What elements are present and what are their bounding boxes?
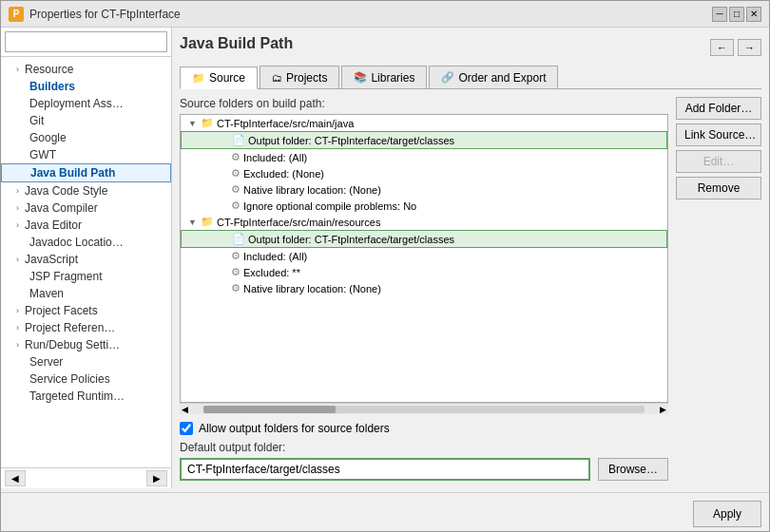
sidebar-item-maven[interactable]: Maven xyxy=(1,285,171,302)
tree-item-7[interactable]: 📄Output folder: CT-FtpInterface/target/c… xyxy=(181,230,667,248)
sidebar-item-project-ref[interactable]: ›Project Referen… xyxy=(1,319,171,336)
horizontal-scrollbar[interactable]: ◀ ▶ xyxy=(180,403,668,414)
default-output-label: Default output folder: xyxy=(180,441,668,454)
sidebar-item-java-code-style[interactable]: ›Java Code Style xyxy=(1,182,171,200)
tree-container[interactable]: ▼📁CT-FtpInterface/src/main/java📄Output f… xyxy=(180,114,668,403)
close-button[interactable]: ✕ xyxy=(746,7,761,22)
nav-back-button[interactable]: ← xyxy=(710,39,734,56)
nav-list: ›ResourceBuildersDeployment Ass…GitGoogl… xyxy=(1,57,171,467)
folder-icon-0: 📁 xyxy=(201,117,214,129)
title-buttons: ─ □ ✕ xyxy=(712,7,761,22)
action-buttons-panel: Add Folder…Link Source…Edit…Remove xyxy=(676,97,761,481)
sidebar-item-java-compiler[interactable]: ›Java Compiler xyxy=(1,200,171,217)
sidebar-item-java-editor[interactable]: ›Java Editor xyxy=(1,217,171,234)
edit-button: Edit… xyxy=(676,150,761,173)
nav-scroll-bottom: ◀ ▶ xyxy=(1,467,171,488)
allow-output-checkbox-row: Allow output folders for source folders xyxy=(180,422,668,435)
tree-item-5[interactable]: ⚙Ignore optional compile problems: No xyxy=(181,198,667,214)
sidebar-item-jsp-fragment[interactable]: JSP Fragment xyxy=(1,268,171,285)
sidebar-label-resource: Resource xyxy=(25,63,73,76)
sidebar-item-gwt[interactable]: GWT xyxy=(1,146,171,163)
allow-output-label: Allow output folders for source folders xyxy=(199,422,390,435)
sidebar-label-maven: Maven xyxy=(29,287,64,300)
sidebar-item-deployment[interactable]: Deployment Ass… xyxy=(1,95,171,112)
tree-item-6[interactable]: ▼📁CT-FtpInterface/src/main/resources xyxy=(181,214,667,230)
item-icon-1: 📄 xyxy=(232,134,245,146)
sidebar-label-service-policies: Service Policies xyxy=(29,372,110,386)
sidebar-label-javascript: JavaScript xyxy=(25,253,78,266)
tree-text-2: Included: (All) xyxy=(243,152,307,163)
tree-text-9: Excluded: ** xyxy=(243,267,300,278)
tab-icon-order-export: 🔗 xyxy=(441,71,454,84)
sidebar-label-java-build-path: Java Build Path xyxy=(30,166,115,180)
tab-source[interactable]: 📁Source xyxy=(180,66,258,89)
tree-text-3: Excluded: (None) xyxy=(243,168,324,180)
sidebar-item-targeted-runtime[interactable]: Targeted Runtim… xyxy=(1,388,171,405)
tree-text-7: Output folder: CT-FtpInterface/target/cl… xyxy=(248,234,454,245)
tree-text-1: Output folder: CT-FtpInterface/target/cl… xyxy=(248,135,454,146)
tree-text-5: Ignore optional compile problems: No xyxy=(243,200,416,212)
tab-order-export[interactable]: 🔗Order and Export xyxy=(429,66,558,88)
tab-icon-libraries: 📚 xyxy=(354,71,367,84)
sidebar-item-run-debug[interactable]: ›Run/Debug Setti… xyxy=(1,336,171,353)
tree-item-9[interactable]: ⚙Excluded: ** xyxy=(181,264,667,280)
minimize-button[interactable]: ─ xyxy=(712,7,727,22)
tree-item-3[interactable]: ⚙Excluded: (None) xyxy=(181,165,667,181)
left-panel: ›ResourceBuildersDeployment Ass…GitGoogl… xyxy=(1,28,172,488)
search-input[interactable] xyxy=(5,31,167,52)
tab-libraries[interactable]: 📚Libraries xyxy=(341,66,427,88)
output-folder-row: Browse… xyxy=(180,458,668,481)
add-folder-button[interactable]: Add Folder… xyxy=(676,97,761,120)
sidebar-label-run-debug: Run/Debug Setti… xyxy=(25,338,120,352)
sidebar-item-service-policies[interactable]: Service Policies xyxy=(1,370,171,388)
sidebar-label-git: Git xyxy=(29,114,44,127)
tree-text-8: Included: (All) xyxy=(243,251,307,262)
item-icon-2: ⚙ xyxy=(231,151,241,163)
tab-icon-projects: 🗂 xyxy=(272,72,282,84)
sidebar-label-deployment: Deployment Ass… xyxy=(29,97,124,110)
scroll-right-arrow[interactable]: ▶ xyxy=(658,405,668,414)
sidebar-item-javadoc[interactable]: Javadoc Locatio… xyxy=(1,234,171,251)
nav-arrow-java-editor: › xyxy=(16,220,19,230)
sidebar-label-jsp-fragment: JSP Fragment xyxy=(29,270,102,283)
sidebar-item-server[interactable]: Server xyxy=(1,353,171,370)
tab-label-libraries: Libraries xyxy=(371,71,414,85)
right-panel: Java Build Path ← → 📁Source🗂Projects📚Lib… xyxy=(172,28,769,488)
tab-icon-source: 📁 xyxy=(192,72,205,85)
maximize-button[interactable]: □ xyxy=(729,7,744,22)
scroll-left-button[interactable]: ◀ xyxy=(5,470,26,486)
tab-projects[interactable]: 🗂Projects xyxy=(260,66,339,88)
title-bar-left: P Properties for CT-FtpInterface xyxy=(9,7,181,22)
tree-item-8[interactable]: ⚙Included: (All) xyxy=(181,248,667,264)
folder-icon-6: 📁 xyxy=(201,216,214,228)
sidebar-label-java-editor: Java Editor xyxy=(25,218,82,232)
tree-item-0[interactable]: ▼📁CT-FtpInterface/src/main/java xyxy=(181,115,667,131)
scrollbar-thumb[interactable] xyxy=(203,406,336,413)
sidebar-item-javascript[interactable]: ›JavaScript xyxy=(1,251,171,268)
nav-forward-button[interactable]: → xyxy=(738,39,761,56)
sidebar-item-resource[interactable]: ›Resource xyxy=(1,61,171,78)
sidebar-item-google[interactable]: Google xyxy=(1,129,171,146)
apply-button[interactable]: Apply xyxy=(693,501,761,527)
sidebar-label-gwt: GWT xyxy=(29,148,56,162)
link-source-button[interactable]: Link Source… xyxy=(676,124,761,146)
scroll-right-button[interactable]: ▶ xyxy=(146,470,167,486)
allow-output-checkbox[interactable] xyxy=(180,422,193,435)
nav-arrow-javascript: › xyxy=(16,255,19,264)
sidebar-item-project-facets[interactable]: ›Project Facets xyxy=(1,302,171,319)
sidebar-item-builders[interactable]: Builders xyxy=(1,78,171,95)
default-output-input[interactable] xyxy=(180,458,590,481)
sidebar-item-java-build-path[interactable]: Java Build Path xyxy=(1,163,171,182)
source-panel: Source folders on build path: ▼📁CT-FtpIn… xyxy=(180,97,668,481)
sidebar-label-server: Server xyxy=(29,355,63,369)
browse-button[interactable]: Browse… xyxy=(598,458,668,481)
tree-item-4[interactable]: ⚙Native library location: (None) xyxy=(181,181,667,198)
tree-item-2[interactable]: ⚙Included: (All) xyxy=(181,149,667,165)
tree-item-10[interactable]: ⚙Native library location: (None) xyxy=(181,280,667,296)
tree-expand-0: ▼ xyxy=(188,119,198,128)
search-box xyxy=(1,28,171,57)
remove-button[interactable]: Remove xyxy=(676,177,761,200)
tree-item-1[interactable]: 📄Output folder: CT-FtpInterface/target/c… xyxy=(181,131,667,149)
sidebar-item-git[interactable]: Git xyxy=(1,112,171,129)
scroll-left-arrow[interactable]: ◀ xyxy=(180,405,190,414)
